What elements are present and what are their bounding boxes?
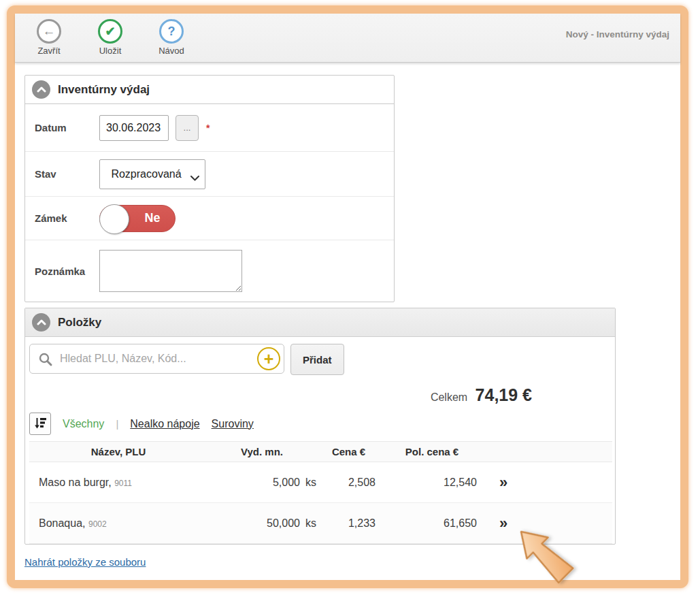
items-panel-title: Položky (58, 316, 101, 329)
datum-label: Datum (35, 122, 99, 133)
table-row[interactable]: Bonaqua, 9002 50,000ks 1,233 61,650 » (29, 503, 612, 544)
item-unit: ks (305, 477, 316, 488)
header-actions (483, 442, 524, 462)
check-circle-icon: ✔ (98, 19, 122, 44)
stav-label: Stav (35, 168, 99, 180)
table-header-row: Název, PLU Vyd. mn. Cena € Pol. cena € (29, 442, 612, 462)
lock-toggle[interactable]: Ne (99, 205, 176, 232)
upload-items-link[interactable]: Nahrát položky ze souboru (24, 556, 146, 568)
double-chevron-right-icon: » (499, 515, 507, 532)
item-qty: 5,000 (273, 477, 300, 488)
help-button-label: Návod (159, 46, 184, 56)
field-row-stav: Stav Rozpracovaná (25, 152, 394, 197)
sort-button[interactable] (29, 413, 51, 435)
total-label: Celkem (431, 391, 467, 403)
note-textarea[interactable] (99, 250, 242, 292)
collapse-items-button[interactable] (32, 313, 50, 332)
item-unit: ks (305, 517, 316, 529)
field-row-zamek: Zámek Ne (25, 197, 394, 240)
collapse-form-button[interactable] (32, 80, 50, 99)
item-plu: 9002 (88, 519, 107, 529)
add-item-button[interactable]: Přidat (290, 344, 344, 375)
items-table: Název, PLU Vyd. mn. Cena € Pol. cena € (29, 441, 612, 544)
chevron-up-icon (37, 84, 46, 95)
window-title: Nový - Inventúrny výdaj (566, 29, 669, 39)
close-button[interactable]: ← Zavřít (27, 19, 71, 56)
item-name: Maso na burgr, (39, 477, 112, 488)
date-picker-button[interactable]: ... (176, 115, 199, 141)
required-marker: * (206, 123, 210, 133)
search-icon (38, 352, 53, 370)
item-search-input[interactable] (60, 345, 256, 372)
filter-suroviny[interactable]: Suroviny (212, 418, 254, 430)
help-button[interactable]: ? Návod (150, 19, 193, 56)
expand-row-button[interactable]: » (483, 462, 524, 503)
form-panel-title: Inventúrny výdaj (58, 83, 150, 97)
filter-separator: | (116, 418, 118, 430)
toggle-knob (99, 204, 129, 234)
header-pol-cena: Pol. cena € (381, 442, 483, 462)
header-nazev-plu: Název, PLU (29, 442, 207, 462)
status-select[interactable]: Rozpracovaná (99, 159, 205, 189)
header-cena: Cena € (316, 442, 381, 462)
row-spacer (524, 503, 612, 544)
total-row: Celkem 74,19 € (29, 385, 611, 408)
app-window: ← Zavřít ✔ Uložit ? Návod Nový - Inventú… (7, 5, 688, 588)
double-chevron-right-icon: » (499, 474, 507, 491)
item-search-box: + (29, 344, 284, 374)
sort-descending-icon (34, 417, 47, 432)
close-button-label: Zavřít (37, 46, 60, 56)
header-spacer (524, 442, 612, 462)
form-panel-header: Inventúrny výdaj (25, 76, 394, 104)
toggle-state-label: Ne (130, 206, 175, 231)
table-row[interactable]: Maso na burgr, 9011 5,000ks 2,508 12,540… (29, 462, 612, 503)
item-total: 61,650 (381, 503, 483, 544)
field-row-datum: Datum ... * (25, 104, 394, 152)
filter-all[interactable]: Všechny (63, 418, 104, 430)
filter-nealko-napoje[interactable]: Nealko nápoje (130, 418, 199, 430)
expand-row-button[interactable]: » (483, 503, 524, 544)
category-filter-bar: Všechny | Nealko nápoje Suroviny (29, 413, 611, 435)
plus-circle-icon[interactable]: + (257, 347, 280, 370)
item-qty: 50,000 (267, 517, 300, 529)
form-panel: Inventúrny výdaj Datum ... * Stav Rozpra… (24, 75, 395, 302)
poznamka-label: Poznámka (35, 265, 99, 277)
item-name: Bonaqua, (39, 517, 86, 529)
zamek-label: Zámek (35, 212, 99, 224)
toolbar: ← Zavřít ✔ Uložit ? Návod Nový - Inventú… (15, 14, 680, 63)
field-row-poznamka: Poznámka (25, 240, 394, 302)
items-panel: Položky + Přidat Celkem 74,19 € (24, 308, 616, 545)
datum-input[interactable] (99, 115, 169, 141)
save-button[interactable]: ✔ Uložit (88, 19, 132, 56)
item-price: 1,233 (316, 503, 381, 544)
item-qty-cell: 5,000ks (207, 462, 316, 503)
header-vyd-mn: Vyd. mn. (207, 442, 316, 462)
item-name-cell: Maso na burgr, 9011 (29, 462, 207, 503)
save-button-label: Uložit (99, 46, 122, 56)
chevron-up-icon (37, 317, 46, 327)
items-panel-header: Položky (25, 308, 615, 337)
item-price: 2,508 (316, 462, 381, 503)
item-total: 12,540 (381, 462, 483, 503)
back-arrow-icon: ← (37, 19, 61, 44)
question-circle-icon: ? (159, 19, 184, 44)
item-name-cell: Bonaqua, 9002 (29, 503, 207, 544)
item-qty-cell: 50,000ks (207, 503, 316, 544)
total-value: 74,19 € (476, 385, 532, 404)
row-spacer (524, 462, 612, 503)
item-plu: 9011 (114, 479, 132, 488)
